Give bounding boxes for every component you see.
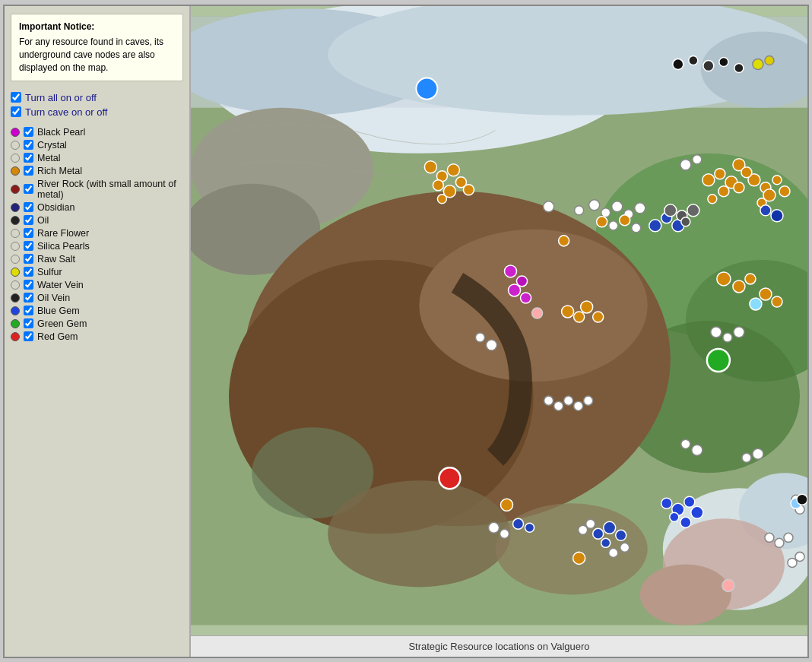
svg-point-41 [718, 185, 729, 196]
svg-point-92 [475, 333, 484, 342]
turn-all-row: Turn all on or off [11, 92, 183, 103]
svg-point-130 [765, 533, 774, 542]
resource-row-5: Obsidian [11, 202, 183, 213]
svg-point-99 [439, 467, 460, 489]
resource-dot-6 [11, 216, 20, 225]
svg-point-113 [620, 543, 630, 552]
svg-point-60 [597, 216, 607, 226]
svg-point-123 [753, 448, 763, 459]
resource-row-4: River Rock (with small amount of metal) [11, 179, 183, 200]
turn-all-checkbox[interactable] [11, 92, 21, 103]
resource-row-3: Rich Metal [11, 166, 183, 176]
svg-point-54 [575, 205, 584, 214]
svg-point-25 [703, 60, 714, 71]
svg-point-90 [760, 287, 772, 299]
resource-checkbox-1[interactable] [24, 140, 33, 150]
svg-point-18 [328, 480, 510, 587]
turn-cave-checkbox[interactable] [11, 106, 21, 117]
svg-point-79 [581, 300, 593, 312]
svg-point-38 [703, 173, 715, 185]
svg-point-24 [689, 55, 698, 65]
resource-dot-12 [11, 293, 20, 302]
resource-dot-9 [11, 255, 20, 264]
resource-row-8: Silica Pearls [11, 241, 183, 252]
resource-label-4: River Rock (with small amount of metal) [37, 179, 183, 200]
svg-point-81 [559, 235, 569, 245]
resource-dot-11 [11, 280, 20, 290]
svg-point-37 [437, 194, 446, 203]
turn-cave-label[interactable]: Turn cave on or off [25, 106, 107, 118]
svg-point-23 [673, 59, 684, 69]
resource-label-7: Rare Flower [37, 228, 89, 239]
resource-checkbox-9[interactable] [24, 254, 33, 264]
svg-point-88 [532, 307, 543, 318]
resource-row-9: Raw Salt [11, 254, 183, 264]
svg-point-48 [779, 185, 790, 196]
svg-point-22 [416, 78, 437, 99]
turn-all-label[interactable]: Turn all on or off [25, 92, 97, 103]
notice-body: For any resource found in caves, its und… [19, 36, 163, 73]
svg-point-64 [649, 219, 661, 231]
resource-checkbox-2[interactable] [24, 153, 33, 163]
resource-checkbox-14[interactable] [24, 318, 33, 328]
resource-row-11: Water Vein [11, 280, 183, 290]
svg-point-36 [463, 184, 474, 195]
svg-point-116 [661, 498, 672, 508]
map-svg [191, 6, 807, 635]
resource-checkbox-13[interactable] [24, 306, 33, 315]
svg-point-51 [733, 280, 745, 292]
resource-label-11: Water Vein [37, 280, 84, 290]
resource-label-0: Black Pearl [37, 127, 85, 138]
svg-point-94 [544, 396, 553, 405]
resource-label-8: Silica Pearls [37, 241, 90, 252]
svg-point-97 [574, 401, 583, 410]
resource-checkbox-10[interactable] [24, 267, 33, 277]
svg-point-104 [513, 518, 524, 529]
resource-dot-14 [11, 319, 20, 328]
svg-point-14 [419, 229, 647, 381]
svg-point-112 [609, 548, 618, 557]
svg-point-55 [589, 199, 600, 210]
svg-point-131 [775, 538, 784, 547]
resource-checkbox-4[interactable] [24, 184, 33, 194]
svg-point-122 [742, 453, 751, 462]
resource-checkbox-12[interactable] [24, 293, 33, 302]
svg-point-127 [788, 558, 797, 567]
svg-point-75 [509, 283, 521, 296]
svg-point-76 [521, 292, 531, 302]
map-section: Strategic Resource locations on Valguero [191, 6, 807, 657]
svg-point-80 [593, 311, 604, 321]
resource-checkbox-6[interactable] [24, 215, 33, 225]
svg-point-95 [554, 401, 563, 410]
resource-label-9: Raw Salt [37, 254, 75, 264]
resource-checkbox-5[interactable] [24, 202, 33, 212]
svg-point-86 [723, 333, 732, 342]
svg-point-71 [687, 204, 699, 216]
resource-checkbox-15[interactable] [24, 331, 33, 341]
resource-label-13: Blue Gem [37, 306, 80, 316]
main-container: Important Notice: For any resource found… [3, 5, 809, 658]
svg-point-52 [745, 273, 756, 283]
svg-point-108 [616, 530, 626, 540]
svg-point-91 [772, 296, 782, 306]
svg-point-53 [544, 201, 554, 211]
resource-checkbox-11[interactable] [24, 280, 33, 290]
resource-checkbox-7[interactable] [24, 228, 33, 238]
resource-checkbox-3[interactable] [24, 166, 33, 176]
resource-label-1: Crystal [37, 140, 67, 150]
resource-dot-8 [11, 242, 20, 251]
svg-point-78 [574, 311, 585, 321]
svg-point-28 [753, 59, 763, 69]
resource-label-10: Sulfur [37, 267, 62, 277]
resource-row-2: Metal [11, 153, 183, 163]
svg-point-115 [692, 445, 703, 455]
resource-checkbox-8[interactable] [24, 241, 33, 251]
resource-dot-10 [11, 268, 20, 277]
resource-checkbox-0[interactable] [24, 127, 33, 137]
resource-label-2: Metal [37, 153, 61, 163]
svg-point-57 [612, 201, 623, 211]
resource-row-6: Oil [11, 215, 183, 226]
svg-point-132 [784, 533, 793, 542]
svg-point-39 [715, 168, 725, 179]
svg-point-87 [734, 327, 744, 337]
